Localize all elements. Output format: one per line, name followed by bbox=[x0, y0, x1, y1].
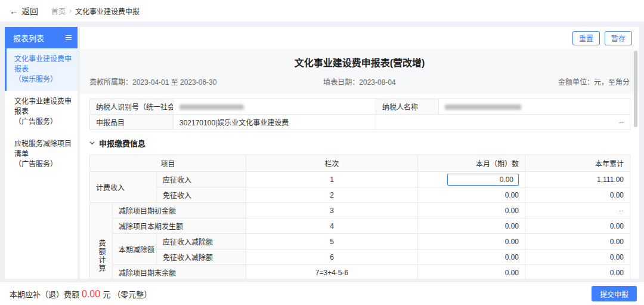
section-declare-info[interactable]: 申报缴费信息 bbox=[89, 130, 630, 155]
row-column-no: 4 bbox=[246, 218, 418, 234]
sidebar-item-sublabel: （广告服务） bbox=[14, 159, 73, 170]
row-label: 减除项目期初金额 bbox=[113, 203, 246, 218]
back-arrow-icon: ← bbox=[10, 7, 18, 16]
ytd-value: -- bbox=[525, 203, 630, 218]
payable-amount: 0.00 bbox=[82, 289, 100, 300]
row-group-label: 本期减除额 bbox=[113, 234, 157, 265]
taxpayer-id-label: 纳税人识别号（统一社会信用代码） bbox=[90, 99, 174, 115]
sidebar-item-entertainment-report[interactable]: 文化事业建设费申报表 （娱乐服务） bbox=[5, 48, 78, 91]
sidebar-item-sublabel: （广告服务） bbox=[14, 117, 73, 127]
form-panel: 重置 暂存 文化事业建设费申报表(营改增) 费款所属期：2023-04-01 至… bbox=[80, 27, 639, 279]
col-header-ytd: 本年累计 bbox=[525, 155, 630, 172]
declare-item-extra: -- bbox=[376, 115, 630, 130]
form-title: 文化事业建设费申报表(营改增) bbox=[89, 55, 630, 69]
declaration-table: 项目 栏次 本月（期）数 本年累计 计费收入 应征收入 1 0.00 1,111… bbox=[89, 155, 630, 279]
row-column-no: 5 bbox=[246, 234, 418, 249]
breadcrumb-home[interactable]: 首页 bbox=[51, 6, 66, 16]
fee-period-label: 费款所属期： bbox=[89, 78, 132, 87]
month-value[interactable]: 0.00 bbox=[418, 203, 525, 218]
breadcrumb-current: 文化事业建设费申报 bbox=[75, 6, 140, 16]
content-area: 报表列表 文化事业建设费申报表 （娱乐服务） 文化事业建设费申报表 （广告服务）… bbox=[0, 21, 644, 279]
breadcrumb-separator-icon: › bbox=[69, 7, 72, 15]
table-header-row: 项目 栏次 本月（期）数 本年累计 bbox=[90, 155, 630, 172]
ytd-value: 0.00 bbox=[525, 249, 630, 265]
col-header-column-no: 栏次 bbox=[246, 155, 418, 172]
back-button[interactable]: ← 返回 bbox=[10, 5, 38, 17]
fill-date-label: 填表日期： bbox=[323, 78, 359, 87]
sidebar-item-advertising-report[interactable]: 文化事业建设费申报表 （广告服务） bbox=[5, 91, 78, 133]
ytd-value: 0.00 bbox=[525, 234, 630, 249]
payable-in-words: （零元整） bbox=[113, 288, 151, 300]
collapse-sidebar-icon[interactable] bbox=[66, 35, 72, 41]
ytd-value: 1,111.00 bbox=[525, 172, 630, 187]
fill-date: 填表日期：2023-08-04 bbox=[270, 76, 450, 87]
row-label: 应征收入 bbox=[157, 172, 246, 187]
month-value[interactable]: 0.00 bbox=[418, 218, 525, 234]
fill-date-value: 2023-08-04 bbox=[359, 78, 395, 87]
col-header-project: 项目 bbox=[90, 155, 246, 172]
payable-unit: 元 bbox=[103, 288, 110, 300]
declare-item-value[interactable]: 302170100|娱乐业文化事业建设费 bbox=[174, 115, 376, 130]
top-bar: ← 返回 首页 › 文化事业建设费申报 bbox=[0, 0, 644, 21]
chevron-down-icon bbox=[89, 140, 95, 146]
row-vertical-group-label: 费额计算 bbox=[90, 203, 113, 279]
fee-period: 费款所属期：2023-04-01 至 2023-06-30 bbox=[89, 76, 270, 87]
unit-note: 金额单位：元，至角分 bbox=[450, 76, 630, 87]
sidebar-item-deduction-list[interactable]: 应税服务减除项目清单 （广告服务） bbox=[5, 133, 78, 175]
month-value-cell: 0.00 bbox=[418, 172, 525, 187]
reset-button[interactable]: 重置 bbox=[572, 31, 600, 45]
month-value[interactable]: 0.00 bbox=[418, 234, 525, 249]
table-row: 本期减除额 应征收入减除额 5 0.00 0.00 bbox=[90, 234, 630, 249]
payable-label: 本期应补（退）费额 bbox=[10, 288, 79, 300]
save-draft-button[interactable]: 暂存 bbox=[605, 31, 632, 45]
back-label: 返回 bbox=[21, 5, 38, 17]
scrollbar-thumb[interactable] bbox=[634, 51, 637, 127]
table-row: 费额计算 减除项目期初金额 3 0.00 -- bbox=[90, 203, 630, 218]
form-body: 纳税人识别号（统一社会信用代码） 纳税人名称 申报品目 302170100|娱乐… bbox=[80, 94, 639, 279]
taxpayer-name-redacted bbox=[445, 104, 521, 110]
sidebar-item-label: 文化事业建设费申报表 bbox=[14, 54, 73, 75]
row-column-no: 1 bbox=[246, 172, 418, 187]
taxpayer-info-table: 纳税人识别号（统一社会信用代码） 纳税人名称 申报品目 302170100|娱乐… bbox=[89, 98, 630, 130]
table-row: 减除项目本期发生额 4 0.00 0.00 bbox=[90, 218, 630, 234]
table-row: 计费收入 应征收入 1 0.00 1,111.00 bbox=[90, 172, 630, 187]
footer-bar: 本期应补（退）费额 0.00 元 （零元整） 提交申报 bbox=[0, 282, 644, 305]
row-label: 免征收入 bbox=[157, 187, 246, 203]
row-label: 减除项目本期发生额 bbox=[113, 218, 246, 234]
form-toolbar: 重置 暂存 bbox=[80, 27, 639, 49]
sidebar-title: 报表列表 bbox=[13, 32, 44, 44]
sidebar-item-label: 文化事业建设费申报表 bbox=[14, 97, 73, 117]
taxpayer-name-label: 纳税人名称 bbox=[376, 99, 439, 115]
vertical-group-text: 费额计算 bbox=[97, 239, 106, 273]
taxpayer-id-redacted bbox=[179, 104, 244, 110]
taxpayer-id-value bbox=[174, 99, 376, 115]
payable-summary: 本期应补（退）费额 0.00 元 （零元整） bbox=[10, 288, 151, 300]
table-row: 减除项目期末余额 7=3+4-5-6 0.00 0.00 bbox=[90, 265, 630, 279]
row-column-no: 3 bbox=[246, 203, 418, 218]
scrollbar-track bbox=[634, 50, 637, 276]
declare-item-label: 申报品目 bbox=[90, 115, 174, 130]
sidebar-item-sublabel: （娱乐服务） bbox=[14, 75, 73, 85]
month-value[interactable]: 0.00 bbox=[418, 265, 525, 279]
row-column-no: 7=3+4-5-6 bbox=[246, 265, 418, 279]
ytd-value: 0.00 bbox=[525, 265, 630, 279]
row-label: 应征收入减除额 bbox=[157, 234, 246, 249]
row-column-no: 6 bbox=[246, 249, 418, 265]
report-list-sidebar: 报表列表 文化事业建设费申报表 （娱乐服务） 文化事业建设费申报表 （广告服务）… bbox=[5, 27, 78, 279]
row-label: 减除项目期末余额 bbox=[113, 265, 246, 279]
month-value-input[interactable]: 0.00 bbox=[447, 174, 519, 186]
col-header-month: 本月（期）数 bbox=[418, 155, 525, 172]
row-label: 免征收入减除额 bbox=[157, 249, 246, 265]
month-value[interactable]: 0.00 bbox=[418, 187, 525, 203]
ytd-value: 0.00 bbox=[525, 187, 630, 203]
row-column-no: 2 bbox=[246, 187, 418, 203]
submit-declaration-button[interactable]: 提交申报 bbox=[592, 286, 637, 301]
table-row: 免征收入 2 0.00 0.00 bbox=[90, 187, 630, 203]
form-title-band: 文化事业建设费申报表(营改增) 费款所属期：2023-04-01 至 2023-… bbox=[80, 49, 639, 94]
section-title: 申报缴费信息 bbox=[99, 137, 145, 149]
row-group-label: 计费收入 bbox=[90, 172, 157, 203]
form-meta-row: 费款所属期：2023-04-01 至 2023-06-30 填表日期：2023-… bbox=[89, 76, 630, 87]
taxpayer-name-value bbox=[439, 99, 630, 115]
month-value[interactable]: 0.00 bbox=[418, 249, 525, 265]
sidebar-header: 报表列表 bbox=[5, 27, 78, 48]
